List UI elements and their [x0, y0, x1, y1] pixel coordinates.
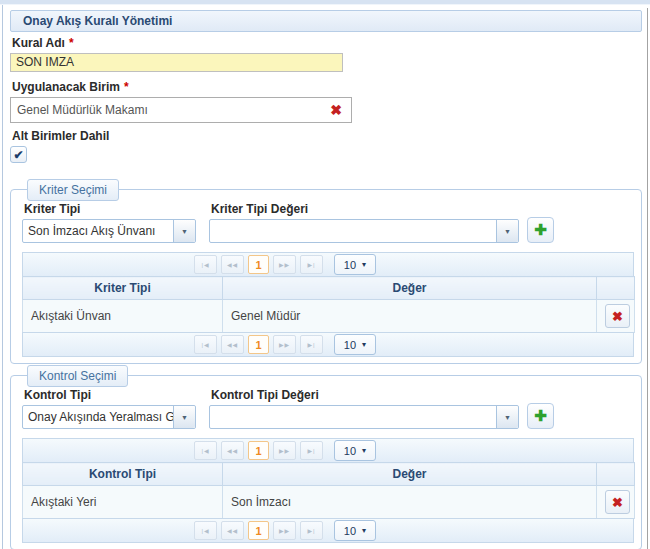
caret-down-icon: ▾ — [362, 340, 366, 349]
caret-down-icon: ▾ — [362, 260, 366, 269]
kriter-table: Kriter Tipi Değer Akıştaki Ünvan Genel M… — [22, 276, 635, 333]
caret-down-icon: ▾ — [362, 446, 366, 455]
top-divider-strip — [0, 0, 650, 5]
kontrol-secimi-section: Kontrol Seçimi Kontrol Tipi Onay Akışınd… — [10, 375, 642, 549]
kontrol-tipi-degeri-label: Kontrol Tipi Değeri — [211, 388, 519, 402]
paginator-page-1-button[interactable]: 1 — [248, 521, 269, 540]
kontrol-paginator-bottom: |◀ ◀◀ 1 ▶▶ ▶| 10 ▾ — [22, 518, 634, 543]
uygulanacak-birim-label: Uygulanacak Birim* — [12, 80, 642, 94]
kontrol-row-value-cell: Son İmzacı — [223, 486, 597, 519]
paginator-prev-button[interactable]: ◀◀ — [221, 521, 244, 540]
kriter-table-col-value: Değer — [223, 277, 597, 300]
paginator-prev-button[interactable]: ◀◀ — [221, 255, 244, 274]
kontrol-tipi-label: Kontrol Tipi — [24, 388, 196, 402]
kural-adi-input[interactable]: SON IMZA — [10, 53, 343, 72]
checkmark-icon: ✔ — [13, 148, 23, 162]
clear-x-icon[interactable]: ✖ — [330, 102, 342, 118]
kontrol-tipi-degeri-selected-value — [210, 406, 496, 428]
kontrol-tipi-degeri-combobox[interactable]: ▼ — [209, 405, 519, 429]
kriter-tipi-selected-value: Son İmzacı Akış Ünvanı — [23, 220, 173, 242]
paginator-last-button[interactable]: ▶| — [300, 441, 323, 460]
paginator-next-button[interactable]: ▶▶ — [273, 441, 296, 460]
page-size-select[interactable]: 10 ▾ — [334, 520, 376, 541]
kontrol-table-col-value: Değer — [223, 463, 597, 486]
alt-birimler-dahil-checkbox[interactable]: ✔ — [10, 146, 27, 163]
table-row: Akıştaki Yeri Son İmzacı ✖ — [23, 486, 635, 519]
kontrol-combo-row: Kontrol Tipi Onay Akışında Yeralması Ger… — [22, 388, 634, 429]
page-size-select[interactable]: 10 ▾ — [334, 334, 376, 355]
kontrol-table: Kontrol Tipi Değer Akıştaki Yeri Son İmz… — [22, 462, 635, 519]
kontrol-row-type-cell: Akıştaki Yeri — [23, 486, 223, 519]
kriter-tipi-combobox[interactable]: Son İmzacı Akış Ünvanı ▼ — [22, 219, 196, 243]
paginator-page-1-button[interactable]: 1 — [248, 441, 269, 460]
paginator-last-button[interactable]: ▶| — [300, 335, 323, 354]
uygulanacak-birim-value: Genel Müdürlük Makamı — [11, 98, 351, 122]
required-asterisk: * — [69, 36, 74, 50]
alt-birimler-dahil-label: Alt Birimler Dahil — [12, 129, 642, 143]
paginator-page-1-button[interactable]: 1 — [248, 335, 269, 354]
paginator-first-button[interactable]: |◀ — [194, 255, 217, 274]
panel-right-border — [647, 8, 648, 549]
chevron-down-icon[interactable]: ▼ — [496, 220, 518, 242]
kontrol-tipi-combobox[interactable]: Onay Akışında Yeralması Gereken. ▼ — [22, 405, 196, 429]
add-kriter-button[interactable]: ✚ — [527, 217, 554, 243]
kontrol-tipi-selected-value: Onay Akışında Yeralması Gereken. — [23, 406, 173, 428]
kriter-secimi-section: Kriter Seçimi Kriter Tipi Son İmzacı Akı… — [10, 189, 642, 364]
main-panel: Onay Akış Kuralı Yönetimi Kural Adı* SON… — [10, 10, 642, 549]
paginator-first-button[interactable]: |◀ — [194, 335, 217, 354]
paginator-prev-button[interactable]: ◀◀ — [221, 335, 244, 354]
panel-left-border — [2, 5, 3, 549]
kriter-row-value-cell: Genel Müdür — [223, 300, 597, 333]
chevron-down-icon[interactable]: ▼ — [173, 220, 195, 242]
plus-icon: ✚ — [534, 221, 547, 239]
kriter-tipi-degeri-combobox[interactable]: ▼ — [209, 219, 519, 243]
delete-kriter-row-button[interactable]: ✖ — [605, 304, 630, 328]
caret-down-icon: ▾ — [362, 526, 366, 535]
add-kontrol-button[interactable]: ✚ — [527, 403, 554, 429]
kontrol-secimi-legend: Kontrol Seçimi — [27, 365, 128, 387]
kontrol-table-grid: |◀ ◀◀ 1 ▶▶ ▶| 10 ▾ Kontrol Tipi Değer — [22, 438, 634, 543]
kriter-tipi-label: Kriter Tipi — [24, 202, 196, 216]
kural-adi-label: Kural Adı* — [12, 36, 642, 50]
kontrol-paginator-top: |◀ ◀◀ 1 ▶▶ ▶| 10 ▾ — [22, 438, 634, 463]
kriter-table-col-type: Kriter Tipi — [23, 277, 223, 300]
table-row: Akıştaki Ünvan Genel Müdür ✖ — [23, 300, 635, 333]
kriter-tipi-degeri-selected-value — [210, 220, 496, 242]
paginator-first-button[interactable]: |◀ — [194, 441, 217, 460]
kriter-table-grid: |◀ ◀◀ 1 ▶▶ ▶| 10 ▾ Kriter Tipi Değer — [22, 252, 634, 357]
kriter-paginator-top: |◀ ◀◀ 1 ▶▶ ▶| 10 ▾ — [22, 252, 634, 277]
uygulanacak-birim-input[interactable]: Genel Müdürlük Makamı ✖ — [10, 97, 352, 123]
delete-x-icon: ✖ — [612, 309, 623, 324]
kontrol-table-col-action — [597, 463, 635, 486]
kriter-row-type-cell: Akıştaki Ünvan — [23, 300, 223, 333]
kriter-secimi-legend: Kriter Seçimi — [27, 179, 119, 201]
kriter-combo-row: Kriter Tipi Son İmzacı Akış Ünvanı ▼ Kri… — [22, 202, 634, 243]
paginator-next-button[interactable]: ▶▶ — [273, 521, 296, 540]
kriter-paginator-bottom: |◀ ◀◀ 1 ▶▶ ▶| 10 ▾ — [22, 332, 634, 357]
paginator-page-1-button[interactable]: 1 — [248, 255, 269, 274]
chevron-down-icon[interactable]: ▼ — [496, 406, 518, 428]
paginator-prev-button[interactable]: ◀◀ — [221, 441, 244, 460]
paginator-next-button[interactable]: ▶▶ — [273, 335, 296, 354]
page-size-select[interactable]: 10 ▾ — [334, 440, 376, 461]
paginator-last-button[interactable]: ▶| — [300, 521, 323, 540]
paginator-first-button[interactable]: |◀ — [194, 521, 217, 540]
plus-icon: ✚ — [534, 407, 547, 425]
paginator-last-button[interactable]: ▶| — [300, 255, 323, 274]
delete-x-icon: ✖ — [612, 495, 623, 510]
page-title: Onay Akış Kuralı Yönetimi — [10, 10, 642, 32]
kriter-tipi-degeri-label: Kriter Tipi Değeri — [211, 202, 519, 216]
delete-kontrol-row-button[interactable]: ✖ — [605, 490, 630, 514]
paginator-next-button[interactable]: ▶▶ — [273, 255, 296, 274]
required-asterisk: * — [124, 80, 129, 94]
chevron-down-icon[interactable]: ▼ — [173, 406, 195, 428]
kontrol-table-col-type: Kontrol Tipi — [23, 463, 223, 486]
page-size-select[interactable]: 10 ▾ — [334, 254, 376, 275]
kriter-table-col-action — [597, 277, 635, 300]
